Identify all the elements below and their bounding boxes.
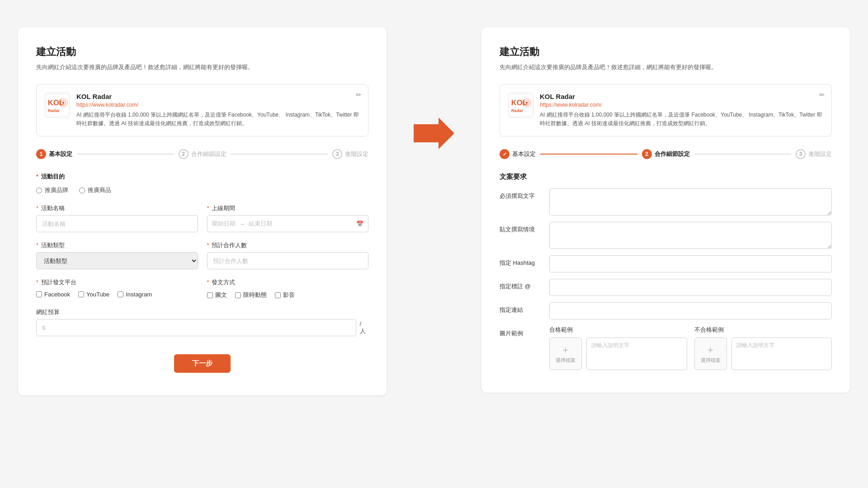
right-form-section-title: 文案要求: [500, 173, 832, 181]
bad-example-upload-area: + 選擇檔案: [694, 338, 832, 370]
checkbox-story[interactable]: 限時動態: [235, 291, 267, 299]
expected-partners-input[interactable]: [207, 252, 369, 269]
form-group-budget: 網紅預算 / 人: [36, 308, 368, 336]
radio-promote-brand[interactable]: 推廣品牌: [36, 186, 68, 194]
required-star-1: *: [36, 173, 38, 180]
form-row-type-partners: * 活動類型 活動類型 * 預計合作人數: [36, 241, 368, 269]
good-example-title: 合格範例: [549, 326, 687, 334]
right-brand-name: KOL Radar: [540, 93, 823, 100]
svg-marker-7: [414, 117, 454, 149]
campaign-name-input[interactable]: [36, 215, 198, 232]
bad-example-upload-box[interactable]: + 選擇檔案: [694, 338, 727, 370]
bad-example-desc-textarea[interactable]: [731, 338, 832, 370]
svg-text:KOL: KOL: [511, 99, 527, 107]
must-write-label: 必須撰寫文字: [500, 188, 549, 200]
link-input[interactable]: [549, 302, 832, 319]
campaign-name-label: * 活動名稱: [36, 204, 198, 212]
right-step-2-label: 合作細節設定: [655, 150, 690, 158]
left-panel-title: 建立活動: [36, 45, 368, 59]
platform-label: * 預計發文平台: [36, 278, 198, 286]
checkbox-instagram-input[interactable]: [118, 291, 123, 297]
right-brand-edit-icon[interactable]: ✏: [819, 91, 825, 99]
left-form: * 活動目的 推廣品牌 推廣商品 * 活動名稱: [36, 173, 368, 373]
good-example-upload-box[interactable]: + 選擇檔案: [549, 338, 582, 370]
post-context-label: 貼文撰寫情境: [500, 222, 549, 234]
right-step-1-label: 基本設定: [512, 150, 536, 158]
link-row: 指定連結: [500, 302, 832, 319]
radio-promote-product[interactable]: 推廣商品: [79, 186, 111, 194]
form-group-campaign-name: * 活動名稱: [36, 204, 198, 232]
mention-label: 指定標註 @: [500, 279, 549, 291]
good-example-col: 合格範例 + 選擇檔案: [549, 326, 687, 370]
checkbox-facebook[interactable]: Facebook: [36, 291, 70, 298]
right-brand-info: KOL Radar https://www.kolradar.com/ AI 網…: [540, 93, 823, 128]
next-button[interactable]: 下一步: [174, 354, 231, 373]
left-brand-url: https://www.kolradar.com/: [76, 102, 360, 108]
image-example-cols: 合格範例 + 選擇檔案 不合格範例: [549, 326, 832, 370]
left-panel-subtitle: 先向網紅介紹這次要推廣的品牌及產品吧！敘述愈詳細，網紅將能有更好的發揮喔。: [36, 63, 368, 71]
checkbox-instagram[interactable]: Instagram: [118, 291, 152, 298]
checkbox-youtube[interactable]: YouTube: [78, 291, 109, 298]
left-step-1-num: 1: [36, 149, 46, 159]
budget-input[interactable]: [36, 319, 356, 336]
radio-promote-brand-input[interactable]: [36, 188, 42, 193]
mention-input[interactable]: [549, 279, 832, 296]
expected-partners-label: * 預計合作人數: [207, 241, 369, 249]
right-step-1: ✓ 基本設定: [500, 149, 536, 159]
date-start-placeholder: 開始日期: [212, 220, 236, 228]
right-panel: 建立活動 先向網紅介紹這次要推廣的品牌及產品吧！敘述愈詳細，網紅將能有更好的發揮…: [481, 27, 850, 393]
form-group-post-type: * 發文方式 圖文 限時動態: [207, 278, 369, 299]
budget-unit: / 人: [360, 320, 368, 335]
date-range-input[interactable]: 開始日期 → 結束日期 📅: [207, 215, 369, 232]
must-write-textarea[interactable]: [549, 188, 832, 216]
form-group-platform: * 預計發文平台 Facebook YouTube: [36, 278, 198, 299]
left-step-1-label: 基本設定: [49, 150, 72, 158]
image-example-row: 圖片範例 合格範例 + 選擇檔案: [500, 326, 832, 370]
hashtag-label: 指定 Hashtag: [500, 255, 549, 267]
left-step-line-1: [77, 154, 174, 155]
checkbox-story-input[interactable]: [235, 292, 241, 298]
bad-example-col: 不合格範例 + 選擇檔案: [694, 326, 832, 370]
checkbox-video-input[interactable]: [275, 292, 281, 298]
svg-text:Radar: Radar: [511, 108, 524, 113]
left-step-3: 3 進階設定: [332, 149, 368, 159]
checkbox-youtube-input[interactable]: [78, 291, 84, 297]
left-step-2-label: 合作細節設定: [191, 150, 226, 158]
right-brand-card: KOL Radar KOL Radar https://www.kolradar…: [500, 84, 832, 136]
plus-icon-bad: +: [708, 344, 713, 356]
checkbox-image-text[interactable]: 圖文: [207, 291, 227, 299]
arrow-wrapper: [414, 27, 454, 149]
post-type-checkbox-group: 圖文 限時動態 影音: [207, 291, 369, 299]
image-example-label: 圖片範例: [500, 326, 549, 338]
plus-icon-good: +: [563, 344, 569, 356]
right-step-3: 3 進階設定: [796, 149, 832, 159]
form-group-expected-partners: * 預計合作人數: [207, 241, 369, 269]
good-example-desc-textarea[interactable]: [586, 338, 687, 370]
right-steps-row: ✓ 基本設定 2 合作細節設定 3 進階設定: [500, 149, 832, 159]
left-brand-edit-icon[interactable]: ✏: [356, 91, 362, 99]
date-end-placeholder: 結束日期: [249, 220, 272, 228]
right-brand-desc: AI 網紅搜尋平台收錄 1,00,000 筆以上跨國網紅名單，及近億筆 Face…: [540, 111, 823, 128]
campaign-type-select[interactable]: 活動類型: [36, 252, 198, 269]
hashtag-input[interactable]: [549, 255, 832, 272]
checkbox-facebook-input[interactable]: [36, 291, 42, 297]
radio-promote-product-input[interactable]: [79, 188, 85, 193]
left-brand-name: KOL Radar: [76, 93, 360, 100]
svg-text:Radar: Radar: [48, 108, 60, 113]
checkbox-image-text-input[interactable]: [207, 292, 213, 298]
online-period-label: * 上線期間: [207, 204, 369, 212]
right-panel-title: 建立活動: [500, 45, 832, 59]
left-brand-info: KOL Radar https://www.kolradar.com/ AI 網…: [76, 93, 360, 128]
campaign-type-label: * 活動類型: [36, 241, 198, 249]
right-brand-logo: KOL Radar: [508, 93, 533, 118]
platform-checkbox-group: Facebook YouTube Instagram: [36, 291, 198, 298]
post-type-label: * 發文方式: [207, 278, 369, 286]
left-step-3-num: 3: [332, 149, 342, 159]
right-step-3-label: 進階設定: [808, 150, 832, 158]
checkbox-video[interactable]: 影音: [275, 291, 295, 299]
post-context-textarea[interactable]: [549, 222, 832, 249]
left-step-2: 2 合作細節設定: [179, 149, 226, 159]
left-steps-row: 1 基本設定 2 合作細節設定 3 進階設定: [36, 149, 368, 159]
right-brand-url: https://www.kolradar.com/: [540, 102, 823, 108]
right-step-2: 2 合作細節設定: [642, 149, 690, 159]
